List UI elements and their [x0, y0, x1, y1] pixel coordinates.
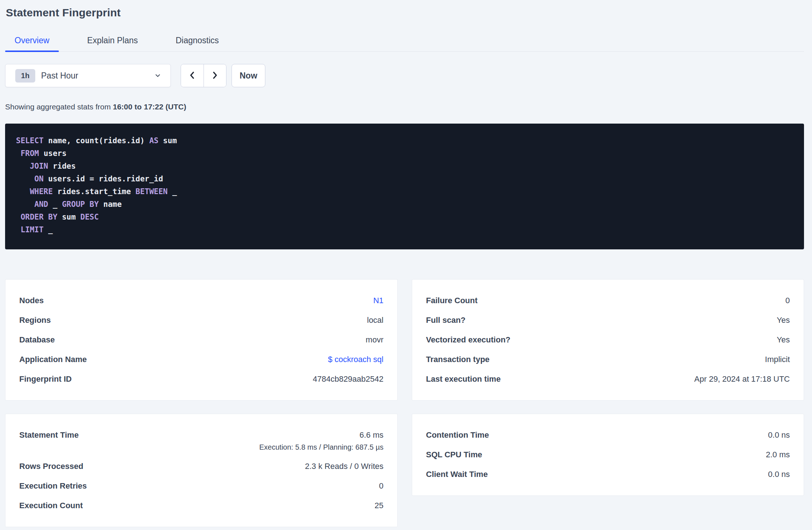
execution-attributes-card: Failure Count0Full scan?YesVectorized ex… — [412, 279, 804, 401]
info-row-value-link[interactable]: N1 — [373, 296, 383, 306]
chevron-down-icon — [154, 72, 162, 80]
info-row-value: Yes — [777, 335, 790, 345]
info-row: Fingerprint ID4784cb829aab2542 — [19, 369, 383, 389]
info-row: Contention Time0.0 ns — [426, 425, 790, 445]
info-row-value: Apr 29, 2024 at 17:18 UTC — [694, 374, 790, 384]
stats-summary-prefix: Showing aggregated stats from — [5, 103, 113, 111]
info-row-label: Execution Count — [19, 501, 83, 511]
info-row-label: Rows Processed — [19, 461, 83, 471]
statement-fingerprint-page: Statement Fingerprint Overview Explain P… — [0, 0, 812, 527]
info-row-value: 0.0 ns — [768, 430, 790, 440]
info-row-value: 2.3 k Reads / 0 Writes — [305, 461, 383, 471]
info-row-value: Implicit — [765, 354, 790, 365]
sql-line: AND _ GROUP BY name — [16, 198, 793, 211]
info-row-label: Transaction type — [426, 354, 490, 365]
stats-summary-text: Showing aggregated stats from 16:00 to 1… — [5, 103, 804, 111]
info-row: Execution Count25 — [19, 496, 383, 515]
page-title: Statement Fingerprint — [6, 7, 804, 19]
info-row: Transaction typeImplicit — [426, 350, 790, 369]
info-row-label: Statement Time — [19, 430, 79, 440]
wait-times-card: Contention Time0.0 nsSQL CPU Time2.0 msC… — [412, 414, 804, 496]
sql-line: SELECT name, count(rides.id) AS sum — [16, 134, 793, 147]
info-row: NodesN1 — [19, 291, 383, 310]
info-row: Regionslocal — [19, 310, 383, 330]
info-row-label: Database — [19, 335, 55, 345]
tab-explain-plans[interactable]: Explain Plans — [78, 36, 147, 51]
info-row-label: Vectorized execution? — [426, 335, 510, 345]
info-row: Databasemovr — [19, 330, 383, 350]
info-row: Vectorized execution?Yes — [426, 330, 790, 350]
info-row-label: Regions — [19, 315, 51, 325]
info-row-value: movr — [366, 335, 383, 345]
statement-details-card: NodesN1RegionslocalDatabasemovrApplicati… — [5, 279, 398, 401]
info-row: Last execution timeApr 29, 2024 at 17:18… — [426, 369, 790, 389]
chevron-left-icon — [188, 71, 197, 81]
info-row-label: Failure Count — [426, 296, 478, 306]
info-row: Client Wait Time0.0 ns — [426, 465, 790, 484]
info-row-value: local — [367, 315, 383, 325]
info-row-label: Client Wait Time — [426, 469, 488, 479]
sql-statement-box: SELECT name, count(rides.id) AS sum FROM… — [5, 124, 804, 249]
info-row-value-link[interactable]: $ cockroach sql — [328, 354, 383, 365]
info-row: Application Name$ cockroach sql — [19, 350, 383, 369]
info-row: Statement Time6.6 msExecution: 5.8 ms / … — [19, 425, 383, 457]
info-row: Full scan?Yes — [426, 310, 790, 330]
time-interval-label: Past Hour — [41, 71, 78, 81]
sql-line: LIMIT _ — [16, 224, 793, 236]
time-interval-badge: 1h — [15, 69, 35, 83]
info-row-label: Last execution time — [426, 374, 501, 384]
tab-overview[interactable]: Overview — [5, 36, 59, 51]
sql-line: JOIN rides — [16, 160, 793, 173]
info-row-label: Nodes — [19, 296, 44, 306]
info-row: Execution Retries0 — [19, 476, 383, 496]
info-row-value: Yes — [777, 315, 790, 325]
info-row-value: 25 — [375, 501, 383, 511]
info-row-value: 0 — [379, 481, 383, 491]
prev-time-button[interactable] — [181, 64, 204, 87]
info-row: Failure Count0 — [426, 291, 790, 310]
info-row-label: SQL CPU Time — [426, 450, 482, 460]
info-row-subvalue: Execution: 5.8 ms / Planning: 687.5 µs — [259, 442, 383, 452]
info-row-label: Full scan? — [426, 315, 466, 325]
info-row: SQL CPU Time2.0 ms — [426, 445, 790, 465]
time-interval-dropdown[interactable]: 1h Past Hour — [5, 64, 171, 87]
info-row-value: 6.6 ms — [259, 430, 383, 440]
now-button[interactable]: Now — [232, 64, 265, 87]
info-row-label: Execution Retries — [19, 481, 87, 491]
sql-line: ON users.id = rides.rider_id — [16, 173, 793, 185]
info-row-label: Fingerprint ID — [19, 374, 72, 384]
time-controls: 1h Past Hour Now — [5, 64, 804, 87]
statement-timing-card: Statement Time6.6 msExecution: 5.8 ms / … — [5, 414, 398, 527]
info-row-label: Application Name — [19, 354, 87, 365]
info-row-value: 2.0 ms — [766, 450, 790, 460]
stats-summary-range: 16:00 to 17:22 (UTC) — [113, 103, 186, 111]
chevron-right-icon — [210, 71, 220, 81]
info-row: Rows Processed2.3 k Reads / 0 Writes — [19, 457, 383, 476]
sql-line: WHERE rides.start_time BETWEEN _ — [16, 185, 793, 198]
info-row-value: 4784cb829aab2542 — [313, 374, 383, 384]
info-row-value: 0 — [785, 296, 790, 306]
tab-diagnostics[interactable]: Diagnostics — [166, 36, 228, 51]
tab-bar: Overview Explain Plans Diagnostics — [5, 36, 804, 52]
summary-cards-top-row: NodesN1RegionslocalDatabasemovrApplicati… — [5, 279, 804, 401]
info-row-label: Contention Time — [426, 430, 489, 440]
sql-line: ORDER BY sum DESC — [16, 211, 793, 224]
info-row-value: 0.0 ns — [768, 469, 790, 479]
sql-line: FROM users — [16, 147, 793, 160]
summary-cards-bottom-row: Statement Time6.6 msExecution: 5.8 ms / … — [5, 414, 804, 527]
time-nav-group — [181, 64, 226, 87]
next-time-button[interactable] — [204, 64, 226, 87]
